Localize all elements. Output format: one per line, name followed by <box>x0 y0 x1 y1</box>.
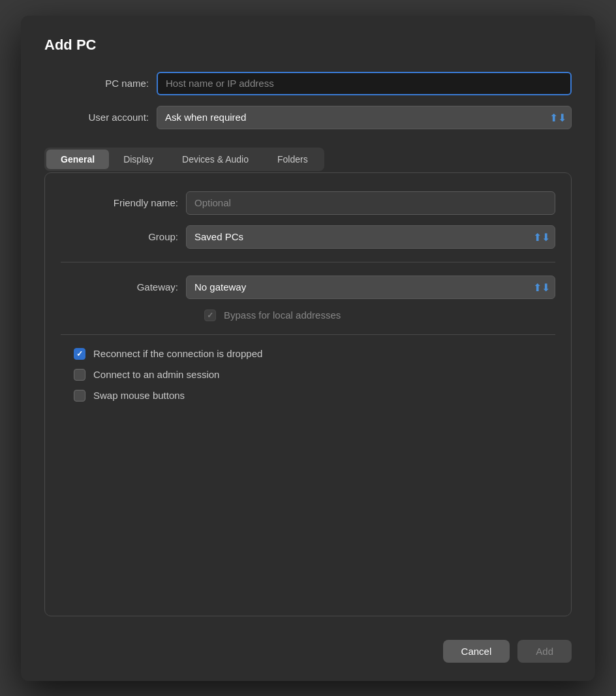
bypass-checkbox[interactable] <box>204 309 216 321</box>
tab-general[interactable]: General <box>46 150 109 169</box>
swap-mouse-label: Swap mouse buttons <box>93 390 185 401</box>
friendly-name-label: Friendly name: <box>61 197 178 208</box>
gateway-row: Gateway: No gateway ⬆⬇ <box>61 276 555 299</box>
tab-devices-audio[interactable]: Devices & Audio <box>168 150 263 169</box>
add-pc-dialog: Add PC PC name: User account: Ask when r… <box>21 16 595 681</box>
dialog-title: Add PC <box>44 37 572 54</box>
reconnect-label: Reconnect if the connection is dropped <box>93 348 262 359</box>
dialog-footer: Cancel Add <box>44 632 572 663</box>
user-account-row: User account: Ask when required Add User… <box>44 106 572 129</box>
tab-content-general: Friendly name: Group: Saved PCs ⬆⬇ Gatew… <box>44 172 572 616</box>
divider-1 <box>61 262 555 262</box>
pc-name-input[interactable] <box>157 72 572 95</box>
gateway-select[interactable]: No gateway <box>186 276 555 299</box>
admin-session-row: Connect to an admin session <box>61 369 555 381</box>
swap-mouse-checkbox[interactable] <box>74 390 85 402</box>
friendly-name-input[interactable] <box>186 191 555 215</box>
group-label: Group: <box>61 231 178 242</box>
tab-folders[interactable]: Folders <box>263 150 322 169</box>
reconnect-row: Reconnect if the connection is dropped <box>61 348 555 360</box>
swap-mouse-row: Swap mouse buttons <box>61 390 555 402</box>
pc-name-label: PC name: <box>44 78 149 89</box>
admin-session-label: Connect to an admin session <box>93 369 219 380</box>
admin-session-checkbox[interactable] <box>74 369 85 381</box>
tabs-section: General Display Devices & Audio Folders … <box>44 148 572 616</box>
user-account-select-wrapper: Ask when required Add User Account... ⬆⬇ <box>157 106 572 129</box>
group-select[interactable]: Saved PCs <box>186 225 555 249</box>
tabs-bar: General Display Devices & Audio Folders <box>44 148 324 171</box>
divider-2 <box>61 334 555 335</box>
group-row: Group: Saved PCs ⬆⬇ <box>61 225 555 249</box>
user-account-label: User account: <box>44 112 149 123</box>
reconnect-checkbox[interactable] <box>74 348 85 360</box>
cancel-button[interactable]: Cancel <box>443 640 510 663</box>
tab-display[interactable]: Display <box>109 150 168 169</box>
bypass-row: Bypass for local addresses <box>61 309 555 321</box>
add-button[interactable]: Add <box>517 640 572 663</box>
gateway-select-wrapper: No gateway ⬆⬇ <box>186 276 555 299</box>
group-select-wrapper: Saved PCs ⬆⬇ <box>186 225 555 249</box>
user-account-select[interactable]: Ask when required Add User Account... <box>157 106 572 129</box>
pc-name-row: PC name: <box>44 72 572 95</box>
gateway-label: Gateway: <box>61 281 178 293</box>
friendly-name-row: Friendly name: <box>61 191 555 215</box>
bypass-label: Bypass for local addresses <box>224 309 341 321</box>
